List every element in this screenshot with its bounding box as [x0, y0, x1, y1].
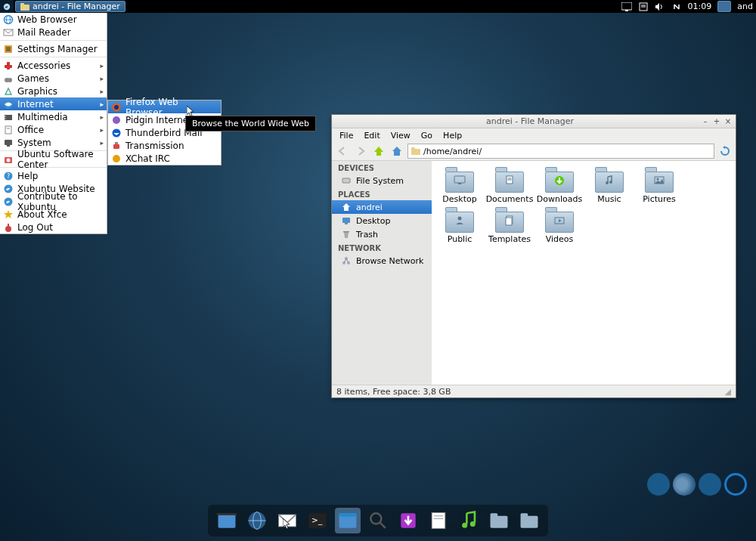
submenu-item-firefox-web-browser[interactable]: Firefox Web Browser — [108, 100, 221, 113]
menu-item-log-out[interactable]: Log Out — [0, 221, 107, 233]
svg-rect-26 — [5, 140, 12, 145]
svg-point-23 — [5, 118, 5, 119]
sidebar-item-trash[interactable]: Trash — [332, 227, 432, 241]
dock-item-web[interactable] — [244, 508, 270, 533]
folder-downloads[interactable]: Downloads — [538, 167, 581, 204]
workspace-4[interactable] — [724, 473, 747, 496]
menu-item-system[interactable]: System — [0, 136, 107, 149]
menu-go[interactable]: Go — [417, 129, 437, 142]
display-tray-icon[interactable] — [621, 2, 632, 12]
dock-item-file-manager[interactable] — [214, 508, 240, 533]
dock-item-window[interactable] — [335, 508, 361, 533]
taskbar-item-file-manager[interactable]: andrei - File Manager — [15, 1, 125, 12]
xubuntu-icon — [3, 196, 14, 207]
menu-item-games[interactable]: Games — [0, 72, 107, 85]
dock-item-folder[interactable] — [516, 508, 542, 533]
svg-rect-52 — [454, 176, 465, 183]
menu-item-label: Internet — [17, 99, 54, 110]
menu-item-internet[interactable]: Internet — [0, 97, 107, 110]
workspace-1[interactable] — [647, 473, 670, 496]
folder-icon — [544, 167, 575, 193]
folder-music[interactable]: Music — [587, 167, 631, 204]
folder-pictures[interactable]: Pictures — [637, 167, 681, 204]
menu-item-mail-reader[interactable]: Mail Reader — [0, 26, 107, 39]
dock-item-download[interactable] — [395, 508, 421, 533]
help-icon: ? — [3, 171, 14, 181]
menu-item-help[interactable]: ?Help — [0, 169, 107, 182]
panel-clock[interactable]: 01:09 — [688, 2, 712, 11]
window-minimize-button[interactable]: – — [702, 118, 709, 125]
menu-item-label: Ubuntu Software Center — [17, 149, 104, 170]
menu-file[interactable]: File — [335, 129, 358, 142]
sidebar-item-browse-network[interactable]: Browse Network — [332, 254, 432, 267]
folder-templates[interactable]: Templates — [488, 207, 531, 244]
dock-item-notes[interactable] — [426, 508, 451, 533]
svg-rect-44 — [411, 147, 415, 150]
logout-icon — [3, 222, 14, 233]
sidebar-item-desktop[interactable]: Desktop — [332, 214, 432, 227]
svg-point-61 — [657, 178, 659, 181]
multimedia-icon — [3, 112, 14, 122]
submenu-item-transmission[interactable]: Transmission — [108, 139, 221, 152]
xchat-icon — [111, 153, 122, 164]
sidebar-item-file-system[interactable]: File System — [332, 174, 432, 187]
menu-item-graphics[interactable]: Graphics — [0, 85, 107, 97]
menu-edit[interactable]: Edit — [359, 129, 384, 142]
menu-item-settings-manager[interactable]: Settings Manager — [0, 42, 107, 55]
svg-rect-3 — [621, 2, 632, 10]
window-close-button[interactable]: × — [724, 118, 732, 125]
svg-rect-27 — [7, 145, 10, 147]
window-titlebar[interactable]: andrei - File Manager – + × — [332, 115, 736, 128]
dock-item-search[interactable] — [365, 508, 391, 533]
menu-item-multimedia[interactable]: Multimedia — [0, 110, 107, 123]
accessories-icon — [3, 60, 14, 71]
file-manager-toolbar: /home/andrei/ — [332, 142, 736, 161]
workspace-2[interactable] — [673, 473, 696, 496]
menu-item-ubuntu-software-center[interactable]: Ubuntu Software Center — [0, 153, 107, 165]
menu-view[interactable]: View — [386, 129, 415, 142]
menu-item-web-browser[interactable]: Web Browser — [0, 13, 107, 26]
menu-item-contribute-to-xubuntu[interactable]: Contribute to Xubuntu — [0, 195, 107, 208]
menu-item-accessories[interactable]: Accessories — [0, 59, 107, 72]
folder-videos[interactable]: Videos — [538, 207, 581, 244]
svg-rect-1 — [20, 5, 29, 11]
sidebar-item-andrei[interactable]: andrei — [332, 200, 432, 214]
cursor-arrow-icon — [283, 518, 292, 530]
folder-label: Music — [597, 194, 621, 204]
folder-desktop[interactable]: Desktop — [438, 167, 482, 204]
window-maximize-button[interactable]: + — [713, 118, 720, 125]
svg-rect-86 — [521, 516, 538, 528]
clipboard-tray-icon[interactable] — [638, 2, 649, 12]
dock-item-terminal[interactable]: >_ — [305, 508, 330, 533]
folder-icon — [518, 509, 541, 532]
menu-item-office[interactable]: Office — [0, 123, 107, 136]
pidgin-icon — [111, 115, 122, 125]
menu-help[interactable]: Help — [438, 129, 466, 142]
home-button[interactable] — [389, 144, 404, 159]
search-icon — [367, 509, 389, 532]
volume-tray-icon[interactable] — [655, 2, 665, 12]
sidebar-heading-network: NETWORK — [332, 241, 432, 254]
folder-icon — [411, 147, 420, 155]
svg-line-77 — [380, 523, 386, 528]
applications-menu-button[interactable] — [0, 0, 14, 13]
star-icon — [3, 209, 14, 220]
location-entry[interactable]: /home/andrei/ — [407, 144, 714, 159]
folder-public[interactable]: Public — [438, 207, 482, 244]
show-desktop-button[interactable] — [717, 1, 731, 12]
dock-item-folder-docs[interactable] — [486, 508, 512, 533]
folder-documents[interactable]: Documents — [488, 167, 531, 204]
svg-point-62 — [458, 217, 462, 221]
window-icon — [336, 509, 359, 532]
back-button[interactable] — [335, 144, 350, 159]
dock-item-music[interactable] — [456, 508, 482, 533]
forward-button[interactable] — [353, 144, 368, 159]
workspace-3[interactable] — [699, 473, 721, 496]
resize-grip[interactable]: ◢ — [725, 387, 731, 397]
panel-user-label[interactable]: and — [737, 2, 753, 11]
network-tray-icon[interactable] — [671, 2, 682, 12]
up-button[interactable] — [371, 144, 386, 159]
reload-button[interactable] — [717, 144, 733, 159]
file-manager-icon-view[interactable]: DesktopDocumentsDownloadsMusicPicturesPu… — [432, 161, 736, 385]
submenu-item-xchat-irc[interactable]: XChat IRC — [108, 152, 221, 165]
